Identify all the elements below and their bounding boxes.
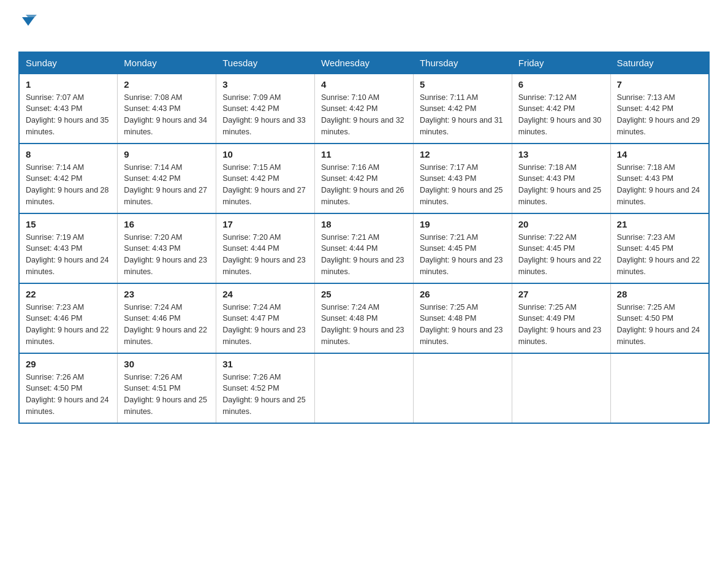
calendar-day-cell: 1Sunrise: 7:07 AMSunset: 4:43 PMDaylight… <box>19 74 118 144</box>
logo <box>18 12 37 40</box>
day-number: 5 <box>420 79 506 90</box>
day-number: 26 <box>420 289 506 299</box>
calendar-day-cell: 20Sunrise: 7:22 AMSunset: 4:45 PMDayligh… <box>512 213 610 283</box>
calendar-day-cell: 7Sunrise: 7:13 AMSunset: 4:42 PMDaylight… <box>610 74 709 144</box>
day-number: 16 <box>124 219 210 229</box>
day-info: Sunrise: 7:26 AMSunset: 4:50 PMDaylight:… <box>26 372 111 418</box>
calendar-day-cell: 16Sunrise: 7:20 AMSunset: 4:43 PMDayligh… <box>118 213 216 283</box>
day-number: 15 <box>26 219 111 229</box>
calendar-day-cell: 22Sunrise: 7:23 AMSunset: 4:46 PMDayligh… <box>19 283 118 353</box>
day-info: Sunrise: 7:17 AMSunset: 4:43 PMDaylight:… <box>420 162 506 208</box>
calendar-day-cell: 13Sunrise: 7:18 AMSunset: 4:43 PMDayligh… <box>512 144 610 213</box>
day-info: Sunrise: 7:24 AMSunset: 4:48 PMDaylight:… <box>321 302 407 348</box>
day-number: 11 <box>321 149 407 159</box>
day-number: 24 <box>222 289 308 299</box>
calendar-day-cell <box>610 353 709 423</box>
calendar-day-cell: 4Sunrise: 7:10 AMSunset: 4:42 PMDaylight… <box>315 74 414 144</box>
day-info: Sunrise: 7:23 AMSunset: 4:46 PMDaylight:… <box>26 302 111 348</box>
calendar-day-cell: 8Sunrise: 7:14 AMSunset: 4:42 PMDaylight… <box>19 144 118 213</box>
day-info: Sunrise: 7:20 AMSunset: 4:44 PMDaylight:… <box>222 232 308 278</box>
calendar-day-cell: 30Sunrise: 7:26 AMSunset: 4:51 PMDayligh… <box>118 353 216 423</box>
day-number: 8 <box>26 149 111 159</box>
logo-icon <box>20 12 37 29</box>
day-info: Sunrise: 7:07 AMSunset: 4:43 PMDaylight:… <box>26 92 111 138</box>
day-info: Sunrise: 7:22 AMSunset: 4:45 PMDaylight:… <box>518 232 604 278</box>
day-number: 19 <box>420 219 506 229</box>
weekday-header-row: SundayMondayTuesdayWednesdayThursdayFrid… <box>19 52 709 74</box>
day-info: Sunrise: 7:11 AMSunset: 4:42 PMDaylight:… <box>420 92 506 138</box>
weekday-header-cell: Monday <box>118 52 216 74</box>
calendar-day-cell: 15Sunrise: 7:19 AMSunset: 4:43 PMDayligh… <box>19 213 118 283</box>
calendar-day-cell: 6Sunrise: 7:12 AMSunset: 4:42 PMDaylight… <box>512 74 610 144</box>
day-info: Sunrise: 7:18 AMSunset: 4:43 PMDaylight:… <box>617 162 702 208</box>
day-info: Sunrise: 7:14 AMSunset: 4:42 PMDaylight:… <box>124 162 210 208</box>
day-number: 21 <box>617 219 702 229</box>
page-header <box>18 12 710 40</box>
calendar-day-cell: 5Sunrise: 7:11 AMSunset: 4:42 PMDaylight… <box>413 74 512 144</box>
calendar-week-row: 29Sunrise: 7:26 AMSunset: 4:50 PMDayligh… <box>19 353 709 423</box>
day-info: Sunrise: 7:09 AMSunset: 4:42 PMDaylight:… <box>222 92 308 138</box>
weekday-header-cell: Sunday <box>19 52 118 74</box>
calendar-day-cell: 23Sunrise: 7:24 AMSunset: 4:46 PMDayligh… <box>118 283 216 353</box>
calendar-day-cell: 14Sunrise: 7:18 AMSunset: 4:43 PMDayligh… <box>610 144 709 213</box>
day-number: 1 <box>26 79 111 90</box>
calendar-day-cell: 11Sunrise: 7:16 AMSunset: 4:42 PMDayligh… <box>315 144 414 213</box>
calendar-day-cell <box>413 353 512 423</box>
day-number: 7 <box>617 79 702 90</box>
day-info: Sunrise: 7:18 AMSunset: 4:43 PMDaylight:… <box>518 162 604 208</box>
day-info: Sunrise: 7:21 AMSunset: 4:45 PMDaylight:… <box>420 232 506 278</box>
day-info: Sunrise: 7:19 AMSunset: 4:43 PMDaylight:… <box>26 232 111 278</box>
weekday-header-cell: Thursday <box>413 52 512 74</box>
day-number: 10 <box>222 149 308 159</box>
day-number: 4 <box>321 79 407 90</box>
day-number: 20 <box>518 219 604 229</box>
weekday-header-cell: Friday <box>512 52 610 74</box>
calendar-day-cell <box>512 353 610 423</box>
day-info: Sunrise: 7:08 AMSunset: 4:43 PMDaylight:… <box>124 92 210 138</box>
day-number: 13 <box>518 149 604 159</box>
day-info: Sunrise: 7:24 AMSunset: 4:47 PMDaylight:… <box>222 302 308 348</box>
day-info: Sunrise: 7:24 AMSunset: 4:46 PMDaylight:… <box>124 302 210 348</box>
calendar-day-cell: 2Sunrise: 7:08 AMSunset: 4:43 PMDaylight… <box>118 74 216 144</box>
day-info: Sunrise: 7:21 AMSunset: 4:44 PMDaylight:… <box>321 232 407 278</box>
day-number: 17 <box>222 219 308 229</box>
calendar-day-cell: 24Sunrise: 7:24 AMSunset: 4:47 PMDayligh… <box>216 283 315 353</box>
day-number: 2 <box>124 79 210 90</box>
calendar-day-cell: 19Sunrise: 7:21 AMSunset: 4:45 PMDayligh… <box>413 213 512 283</box>
day-number: 27 <box>518 289 604 299</box>
calendar-day-cell: 21Sunrise: 7:23 AMSunset: 4:45 PMDayligh… <box>610 213 709 283</box>
day-info: Sunrise: 7:25 AMSunset: 4:49 PMDaylight:… <box>518 302 604 348</box>
day-info: Sunrise: 7:14 AMSunset: 4:42 PMDaylight:… <box>26 162 111 208</box>
day-info: Sunrise: 7:15 AMSunset: 4:42 PMDaylight:… <box>222 162 308 208</box>
day-number: 23 <box>124 289 210 299</box>
day-info: Sunrise: 7:26 AMSunset: 4:51 PMDaylight:… <box>124 372 210 418</box>
day-info: Sunrise: 7:16 AMSunset: 4:42 PMDaylight:… <box>321 162 407 208</box>
calendar-day-cell: 10Sunrise: 7:15 AMSunset: 4:42 PMDayligh… <box>216 144 315 213</box>
weekday-header-cell: Saturday <box>610 52 709 74</box>
calendar-day-cell: 31Sunrise: 7:26 AMSunset: 4:52 PMDayligh… <box>216 353 315 423</box>
day-info: Sunrise: 7:23 AMSunset: 4:45 PMDaylight:… <box>617 232 702 278</box>
day-number: 14 <box>617 149 702 159</box>
calendar-week-row: 22Sunrise: 7:23 AMSunset: 4:46 PMDayligh… <box>19 283 709 353</box>
day-number: 22 <box>26 289 111 299</box>
day-number: 12 <box>420 149 506 159</box>
day-info: Sunrise: 7:20 AMSunset: 4:43 PMDaylight:… <box>124 232 210 278</box>
day-number: 6 <box>518 79 604 90</box>
day-info: Sunrise: 7:25 AMSunset: 4:48 PMDaylight:… <box>420 302 506 348</box>
day-number: 28 <box>617 289 702 299</box>
calendar-day-cell: 28Sunrise: 7:25 AMSunset: 4:50 PMDayligh… <box>610 283 709 353</box>
calendar-day-cell: 29Sunrise: 7:26 AMSunset: 4:50 PMDayligh… <box>19 353 118 423</box>
day-info: Sunrise: 7:26 AMSunset: 4:52 PMDaylight:… <box>222 372 308 418</box>
day-number: 29 <box>26 359 111 369</box>
day-number: 9 <box>124 149 210 159</box>
day-number: 3 <box>222 79 308 90</box>
day-info: Sunrise: 7:10 AMSunset: 4:42 PMDaylight:… <box>321 92 407 138</box>
calendar-day-cell: 18Sunrise: 7:21 AMSunset: 4:44 PMDayligh… <box>315 213 414 283</box>
day-number: 18 <box>321 219 407 229</box>
weekday-header-cell: Wednesday <box>315 52 414 74</box>
calendar-day-cell: 3Sunrise: 7:09 AMSunset: 4:42 PMDaylight… <box>216 74 315 144</box>
calendar-body: 1Sunrise: 7:07 AMSunset: 4:43 PMDaylight… <box>19 74 709 423</box>
calendar-day-cell: 25Sunrise: 7:24 AMSunset: 4:48 PMDayligh… <box>315 283 414 353</box>
calendar-week-row: 8Sunrise: 7:14 AMSunset: 4:42 PMDaylight… <box>19 144 709 213</box>
calendar-day-cell: 17Sunrise: 7:20 AMSunset: 4:44 PMDayligh… <box>216 213 315 283</box>
